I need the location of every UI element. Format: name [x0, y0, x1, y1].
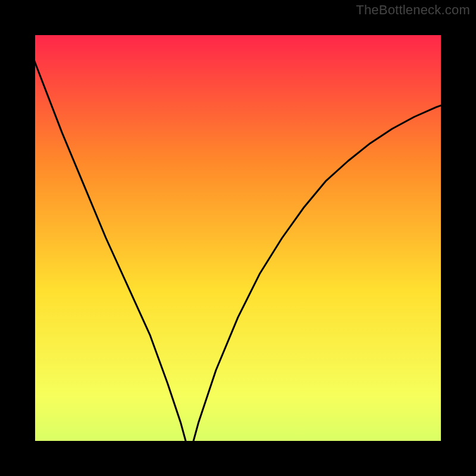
watermark-text: TheBottleneck.com	[356, 2, 470, 18]
chart-frame: TheBottleneck.com	[0, 0, 476, 476]
gradient-background	[18, 18, 458, 458]
bottleneck-chart	[0, 0, 476, 476]
